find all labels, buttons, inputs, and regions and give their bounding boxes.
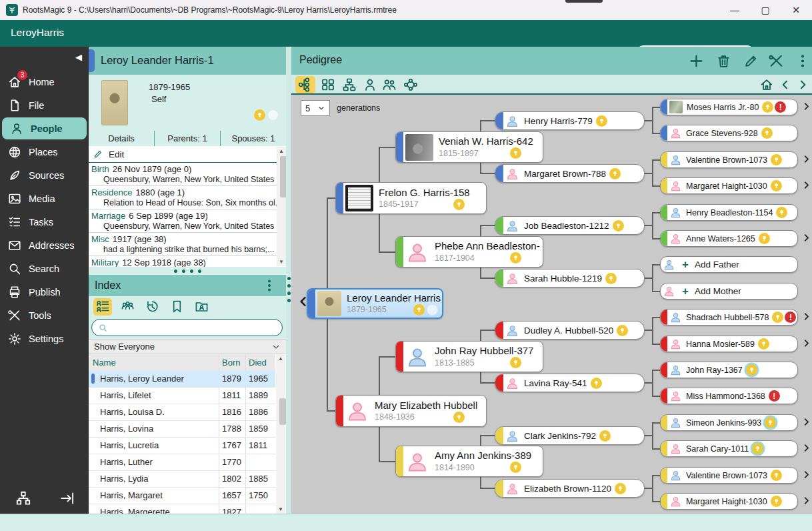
sidebar-item-tools[interactable]: Tools	[0, 304, 89, 326]
pedigree-person-node[interactable]: Grace Stevens-928	[660, 125, 798, 141]
pedigree-person-node[interactable]: Job Beadleston-1212	[495, 216, 645, 235]
pedigree-person-node[interactable]: Mary Elizabeth Hubbell1848-1936	[335, 395, 487, 427]
problem-alert-badge[interactable]: !	[769, 390, 780, 402]
collapse-arrow-icon[interactable]: ◀	[75, 52, 82, 62]
webhint-bulb-badge[interactable]	[758, 338, 769, 350]
webhint-bulb-badge[interactable]	[765, 417, 776, 428]
pedigree-menu-dots-icon[interactable]	[795, 53, 811, 69]
pedigree-person-node[interactable]: Leroy Leander Harris1879-1965	[307, 288, 443, 319]
table-row[interactable]: Harris, Louisa D.18161886	[89, 404, 275, 421]
column-died[interactable]: Died	[249, 358, 267, 368]
index-search-input[interactable]	[91, 319, 283, 336]
webhint-bulb-badge[interactable]	[771, 496, 782, 507]
sidebar-item-tasks[interactable]: Tasks	[0, 211, 89, 233]
panel-splitter-handle[interactable]	[89, 267, 286, 275]
sidebar-item-media[interactable]: Media	[0, 187, 89, 209]
vertical-splitter-handle[interactable]	[286, 47, 291, 514]
expand-ancestors-arrow[interactable]	[801, 180, 811, 190]
pedigree-person-node[interactable]: Elizabeth Brown-1120	[495, 479, 645, 498]
maximize-button[interactable]: ▢	[750, 0, 781, 20]
pedigree-person-node[interactable]: Lavina Ray-541	[495, 374, 645, 392]
pedigree-person-node[interactable]: Moses Harris Jr.-80!	[660, 99, 798, 115]
groups-icon[interactable]	[118, 298, 137, 316]
pedigree-person-node[interactable]: Valentine Brown-1073	[660, 467, 798, 484]
person-tab-spouses[interactable]: Spouses: 1	[221, 131, 286, 146]
pedigree-person-node[interactable]: Miss Hammond-1368!	[660, 388, 798, 404]
bookmark-icon[interactable]	[167, 298, 186, 316]
connections-view-icon[interactable]	[401, 76, 421, 93]
webhint-bulb-badge[interactable]	[591, 378, 602, 389]
webhint-bulb-badge[interactable]	[762, 101, 773, 113]
pedigree-person-node[interactable]: Dudley A. Hubbell-520	[495, 321, 645, 340]
event-row[interactable]: Residence1880 (age 1)Relation to Head of…	[89, 186, 286, 209]
pedigree-person-node[interactable]: Anne Waters-1265	[660, 230, 798, 247]
pedigree-person-node[interactable]: Clark Jenkins-792	[495, 426, 645, 445]
sidebar-item-search[interactable]: Search	[0, 257, 89, 280]
sidebar-item-places[interactable]: Places	[0, 141, 89, 163]
edit-person-row[interactable]: Edit	[89, 146, 286, 163]
webhint-bulb-badge[interactable]	[771, 470, 782, 481]
edit-person-icon[interactable]	[743, 53, 759, 69]
pedigree-person-node[interactable]: Valentine Brown-1073	[660, 151, 798, 168]
chevron-right-icon[interactable]	[795, 76, 811, 93]
webhint-bulb-badge[interactable]	[746, 364, 757, 376]
expand-ancestors-arrow[interactable]	[801, 338, 811, 348]
index-table-header[interactable]: Name Born Died	[89, 354, 275, 372]
table-row[interactable]: Harris, Lucretia17671811	[89, 438, 275, 454]
sidebar-item-file[interactable]: File	[0, 94, 89, 116]
event-row[interactable]: Birth26 Nov 1879 (age 0)Queensbury, Warr…	[89, 163, 286, 186]
couples-view-icon[interactable]	[379, 76, 399, 93]
table-row[interactable]: Harris, Leroy Leander18791965	[89, 371, 275, 388]
sidebar-item-home[interactable]: 3Home	[0, 71, 89, 93]
pedigree-person-node[interactable]: Margaret Haight-1030	[660, 177, 798, 194]
event-row[interactable]: Misc1917 (age 38)had a lightening strike…	[89, 233, 286, 256]
webhint-bulb-badge[interactable]	[771, 154, 782, 165]
show-everyone-dropdown[interactable]: Show Everyone	[89, 339, 286, 354]
webhint-bulb-badge[interactable]	[615, 483, 626, 494]
table-row[interactable]: Harris, Luther1770	[89, 454, 275, 471]
webhint-bulb-badge[interactable]	[453, 199, 465, 210]
person-tab-parents[interactable]: Parents: 1	[155, 131, 221, 146]
webhint-bulb-badge[interactable]	[617, 325, 628, 336]
webhint-bulb-badge[interactable]	[759, 233, 770, 244]
pedigree-person-node[interactable]: Sarah Hubble-1219	[495, 269, 645, 288]
webhint-bulb-badge[interactable]	[771, 180, 782, 191]
add-parent-node[interactable]: +Add Mother	[660, 283, 798, 300]
column-born[interactable]: Born	[222, 358, 240, 368]
navigate-back-arrow[interactable]	[297, 295, 310, 308]
expand-ancestors-arrow[interactable]	[801, 233, 811, 243]
pedigree-person-node[interactable]: Amy Ann Jenkins-3891814-1890	[395, 446, 543, 477]
sidebar-item-people[interactable]: People	[2, 117, 87, 139]
problem-alert-badge[interactable]: !	[775, 101, 786, 113]
descendants-view-icon[interactable]	[339, 76, 359, 93]
index-scrollbar[interactable]: ▲ ▼	[276, 354, 285, 514]
pedigree-person-node[interactable]: Hanna Mosier-589	[660, 336, 798, 352]
table-row[interactable]: Harris, Lifelet18111889	[89, 388, 275, 404]
table-row[interactable]: Harris, Margerette1827	[89, 504, 275, 514]
table-row[interactable]: Harris, Lovina17881859	[89, 421, 275, 438]
pedigree-person-node[interactable]: Veniah W. Harris-6421815-1897	[395, 131, 543, 163]
expand-ancestors-arrow[interactable]	[801, 101, 811, 111]
webhint-bulb-badge[interactable]	[510, 357, 521, 368]
pedigree-person-node[interactable]: John Ray Hubbell-3771813-1885	[395, 341, 543, 372]
pedigree-person-node[interactable]: Frelon G. Harris-1581845-1917	[335, 182, 487, 214]
table-row[interactable]: Harris, Lydia18021885	[89, 471, 275, 488]
expand-ancestors-arrow[interactable]	[801, 312, 811, 322]
expand-ancestors-arrow[interactable]	[801, 470, 811, 480]
delete-person-icon[interactable]	[715, 53, 732, 69]
exit-icon[interactable]	[59, 490, 76, 507]
chevron-left-icon[interactable]	[777, 76, 793, 93]
pedigree-person-node[interactable]: Margaret Brown-788	[495, 164, 645, 183]
sidebar-item-settings[interactable]: Settings	[0, 328, 89, 350]
expand-ancestors-arrow[interactable]	[801, 417, 811, 427]
minimize-button[interactable]: —	[719, 0, 750, 20]
index-menu-dots-icon[interactable]	[262, 278, 277, 294]
webhint-bulb-badge[interactable]	[761, 127, 773, 139]
tools-icon[interactable]	[768, 53, 785, 69]
problem-alert-badge[interactable]: !	[785, 312, 796, 323]
generations-select[interactable]: 5	[301, 100, 330, 116]
folder-person-icon[interactable]	[192, 298, 211, 316]
webhint-bulb-badge[interactable]	[599, 430, 611, 442]
person-view-icon[interactable]	[360, 76, 380, 93]
pedigree-person-node[interactable]: Henry Harris-779	[495, 111, 645, 130]
